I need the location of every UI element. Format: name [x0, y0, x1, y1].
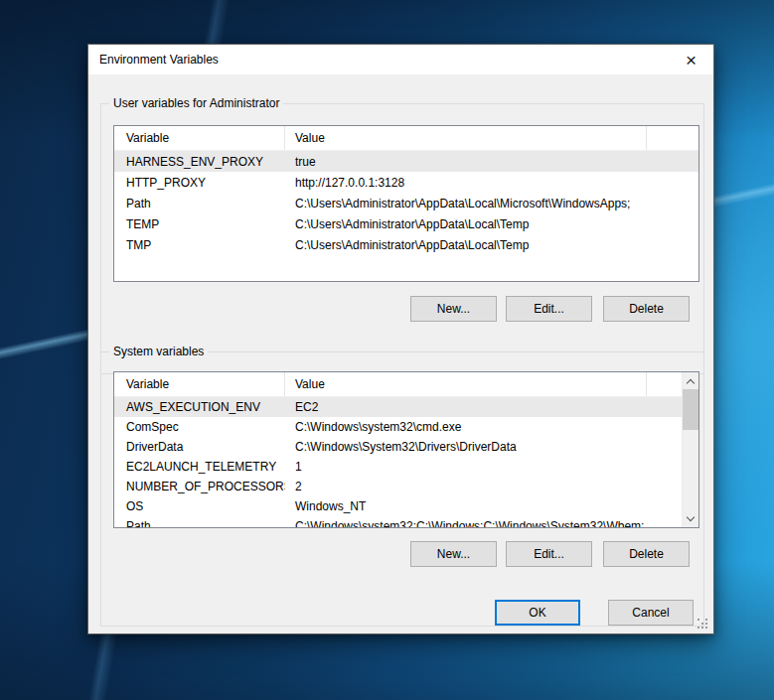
- variable-name-cell: EC2LAUNCH_TELEMETRY: [114, 460, 285, 474]
- variable-value-cell: C:\Windows\system32\cmd.exe: [285, 420, 698, 434]
- cancel-button[interactable]: Cancel: [608, 600, 694, 626]
- table-row[interactable]: HARNESS_ENV_PROXYtrue: [114, 151, 698, 172]
- variable-value-cell: true: [285, 155, 698, 169]
- environment-variables-dialog: Environment Variables × User variables f…: [87, 44, 714, 634]
- variable-value-cell: EC2: [285, 400, 698, 414]
- column-header-value[interactable]: Value: [285, 372, 647, 396]
- variable-value-cell: Windows_NT: [285, 499, 698, 513]
- variable-name-cell: NUMBER_OF_PROCESSORS: [114, 480, 285, 493]
- variable-value-cell: C:\Users\Administrator\AppData\Local\Mic…: [285, 197, 698, 210]
- column-header-variable[interactable]: Variable: [114, 126, 285, 150]
- table-row[interactable]: AWS_EXECUTION_ENVEC2: [114, 397, 698, 417]
- variable-value-cell: 1: [285, 460, 698, 474]
- user-delete-button[interactable]: Delete: [603, 296, 690, 322]
- title-bar[interactable]: Environment Variables ×: [88, 45, 713, 74]
- column-header-value[interactable]: Value: [285, 126, 647, 150]
- chevron-down-icon: [687, 512, 695, 520]
- ok-button[interactable]: OK: [495, 600, 580, 626]
- system-new-button[interactable]: New...: [410, 541, 497, 567]
- user-variables-list: Variable Value HARNESS_ENV_PROXYtrueHTTP…: [113, 125, 699, 282]
- variable-name-cell: Path: [114, 197, 285, 210]
- user-edit-button[interactable]: Edit...: [506, 296, 592, 322]
- table-row[interactable]: HTTP_PROXYhttp://127.0.0.1:3128: [114, 172, 698, 193]
- scrollbar-thumb[interactable]: [683, 389, 698, 430]
- table-row[interactable]: PathC:\Users\Administrator\AppData\Local…: [114, 193, 698, 213]
- user-variables-list-header: Variable Value: [114, 126, 698, 151]
- system-variables-list: Variable Value AWS_EXECUTION_ENVEC2ComSp…: [113, 371, 699, 528]
- variable-name-cell: AWS_EXECUTION_ENV: [114, 400, 285, 414]
- table-row[interactable]: TMPC:\Users\Administrator\AppData\Local\…: [114, 234, 698, 255]
- variable-name-cell: OS: [114, 499, 285, 513]
- table-row[interactable]: NUMBER_OF_PROCESSORS2: [114, 477, 698, 496]
- table-row[interactable]: EC2LAUNCH_TELEMETRY1: [114, 457, 698, 477]
- group-system-variables-label: System variables: [109, 345, 208, 358]
- user-new-button[interactable]: New...: [410, 296, 497, 322]
- system-variables-list-header: Variable Value: [114, 372, 698, 397]
- column-header-variable[interactable]: Variable: [114, 372, 285, 396]
- variable-name-cell: HARNESS_ENV_PROXY: [114, 155, 285, 169]
- variable-name-cell: ComSpec: [114, 420, 285, 434]
- variable-name-cell: TMP: [114, 238, 285, 252]
- table-row[interactable]: OSWindows_NT: [114, 496, 698, 516]
- table-row[interactable]: ComSpecC:\Windows\system32\cmd.exe: [114, 417, 698, 437]
- variable-name-cell: Path: [114, 519, 285, 528]
- table-row[interactable]: PathC:\Windows\system32;C:\Windows;C:\Wi…: [114, 516, 698, 528]
- variable-value-cell: C:\Users\Administrator\AppData\Local\Tem…: [285, 238, 698, 252]
- system-variables-table-body: AWS_EXECUTION_ENVEC2ComSpecC:\Windows\sy…: [114, 397, 698, 528]
- close-icon: ×: [686, 51, 697, 70]
- user-variables-table-body: HARNESS_ENV_PROXYtrueHTTP_PROXYhttp://12…: [114, 151, 698, 255]
- variable-name-cell: HTTP_PROXY: [114, 176, 285, 190]
- column-header-filler: [647, 126, 698, 150]
- system-edit-button[interactable]: Edit...: [506, 541, 592, 567]
- window-title: Environment Variables: [88, 53, 219, 67]
- system-delete-button[interactable]: Delete: [603, 541, 690, 567]
- variable-name-cell: TEMP: [114, 217, 285, 231]
- table-row[interactable]: TEMPC:\Users\Administrator\AppData\Local…: [114, 213, 698, 234]
- variable-value-cell: C:\Windows\system32;C:\Windows;C:\Window…: [285, 519, 698, 528]
- vertical-scrollbar[interactable]: [682, 372, 698, 527]
- variable-value-cell: 2: [285, 480, 698, 493]
- resize-grip[interactable]: [697, 619, 708, 630]
- variable-value-cell: http://127.0.0.1:3128: [285, 176, 698, 190]
- variable-value-cell: C:\Windows\System32\Drivers\DriverData: [285, 440, 698, 454]
- table-row[interactable]: DriverDataC:\Windows\System32\Drivers\Dr…: [114, 437, 698, 457]
- scroll-down-button[interactable]: [683, 510, 698, 527]
- group-user-variables-label: User variables for Administrator: [109, 96, 283, 110]
- scroll-up-button[interactable]: [683, 372, 698, 389]
- variable-name-cell: DriverData: [114, 440, 285, 454]
- close-button[interactable]: ×: [669, 45, 713, 74]
- variable-value-cell: C:\Users\Administrator\AppData\Local\Tem…: [285, 217, 698, 231]
- chevron-up-icon: [687, 378, 695, 386]
